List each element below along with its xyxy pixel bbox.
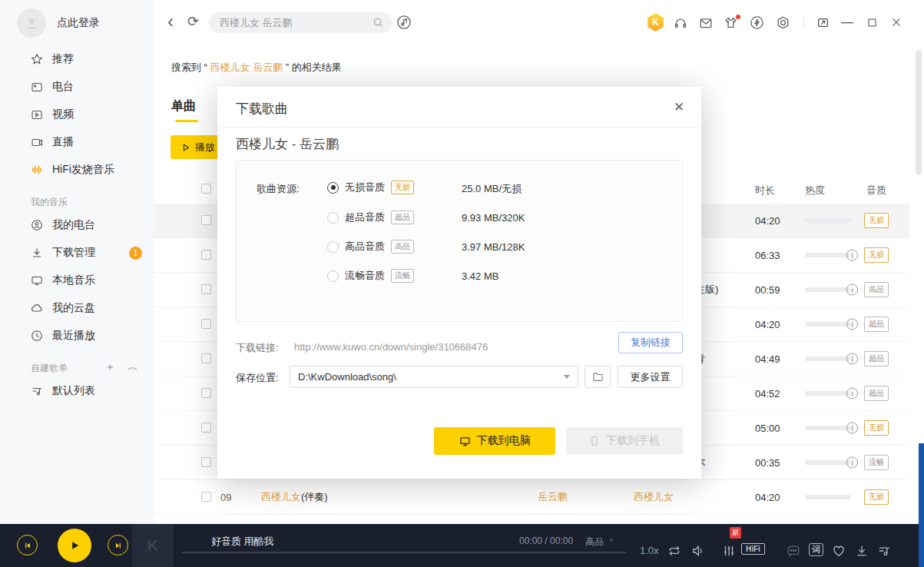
info-icon[interactable]: i (846, 388, 858, 400)
quality-badge: 超品 (864, 351, 889, 366)
mail-icon[interactable] (699, 16, 713, 30)
song-title[interactable]: 西楼儿女(伴奏) (261, 490, 328, 504)
progress-bar[interactable] (182, 552, 626, 553)
user-login[interactable]: 点此登录 (17, 8, 100, 38)
sidebar-item-radio[interactable]: 电台 (31, 80, 74, 94)
duration: 05:00 (755, 423, 780, 434)
sidebar-item-default-playlist[interactable]: 默认列表 (31, 384, 95, 398)
option-label: 高品音质 (345, 240, 385, 254)
search-input[interactable] (220, 17, 373, 28)
comment-icon[interactable] (787, 544, 800, 558)
save-path-select[interactable]: D:\KwDownload\song\ (290, 366, 578, 388)
song-title-text[interactable]: 西楼儿女 (261, 491, 301, 502)
radio-button[interactable] (327, 212, 339, 224)
back-icon[interactable]: ‹ (167, 11, 174, 32)
sidebar-item-recent[interactable]: 最近播放 (31, 329, 95, 343)
row-checkbox[interactable] (201, 492, 211, 502)
row-checkbox[interactable] (201, 319, 211, 329)
browse-folder-button[interactable] (585, 366, 611, 388)
sidebar-item-local-music[interactable]: 本地音乐 (31, 274, 95, 287)
sidebar-item-label: 本地音乐 (52, 274, 95, 287)
dialog-close-icon[interactable]: ✕ (671, 99, 687, 116)
sidebar-item-hifi[interactable]: HiFi发烧音乐 (31, 163, 114, 177)
sidebar-item-recommend[interactable]: 推荐 (31, 52, 74, 66)
quality-badge: 无损 (864, 489, 889, 505)
more-settings-button[interactable]: 更多设置 (618, 366, 683, 388)
info-icon[interactable]: i (846, 353, 858, 365)
info-icon[interactable]: i (846, 250, 858, 261)
lightning-icon[interactable] (750, 15, 764, 30)
maximize-icon[interactable] (865, 15, 879, 29)
kuwo-logo-icon[interactable]: K (647, 13, 664, 32)
sidebar-item-downloads[interactable]: 下载管理 (31, 246, 95, 260)
heart-icon[interactable] (832, 544, 846, 558)
row-checkbox[interactable] (201, 215, 211, 225)
next-track-button[interactable] (108, 535, 128, 555)
download-icon[interactable] (855, 544, 869, 558)
settings-icon[interactable] (776, 15, 790, 30)
play-mode-icon[interactable] (667, 544, 681, 558)
table-row[interactable]: 09 西楼儿女(伴奏) 岳云鹏 西楼儿女 04:20 无损 (154, 480, 909, 515)
tab-single[interactable]: 单曲 (171, 98, 196, 114)
minimize-icon[interactable]: — (840, 15, 854, 29)
radio-button[interactable] (327, 270, 339, 282)
info-icon[interactable]: i (846, 284, 858, 296)
sidebar-item-my-radio[interactable]: 我的电台 (31, 218, 95, 232)
collapse-icon[interactable]: ︿ (128, 360, 138, 374)
clock-icon (31, 330, 43, 342)
album-art[interactable]: K (132, 524, 174, 567)
search-icon[interactable] (373, 17, 384, 28)
headphones-icon[interactable] (674, 15, 687, 29)
row-checkbox[interactable] (201, 388, 211, 398)
avatar[interactable] (17, 8, 46, 38)
play-time: 00:00 / 00:00 (519, 536, 573, 546)
search-box[interactable] (209, 12, 392, 33)
play-pause-button[interactable] (58, 529, 91, 562)
album-link[interactable]: 西楼儿女 (634, 490, 674, 504)
option-lossless[interactable]: 无损音质 无损 (327, 181, 414, 194)
row-checkbox[interactable] (201, 250, 211, 260)
sidebar-item-label: 直播 (52, 135, 74, 149)
login-label[interactable]: 点此登录 (57, 16, 100, 30)
heat-bar (805, 426, 851, 430)
close-icon[interactable] (889, 15, 903, 29)
row-checkbox[interactable] (201, 353, 211, 363)
refresh-icon[interactable]: ⟳ (187, 13, 199, 30)
option-fluent[interactable]: 流畅音质 流畅 (327, 269, 414, 283)
scrollbar-thumb[interactable] (916, 50, 922, 175)
artist-link[interactable]: 岳云鹏 (538, 490, 568, 504)
download-to-phone-button[interactable]: 下载到手机 (566, 427, 683, 455)
duration: 04:20 (755, 319, 780, 330)
download-link-label: 下载链接: (236, 341, 279, 355)
lyrics-toggle[interactable]: 词 (809, 543, 823, 556)
previous-track-button[interactable] (17, 535, 38, 555)
add-playlist-icon[interactable]: ＋ (104, 360, 115, 374)
copy-link-button[interactable]: 复制链接 (618, 332, 683, 353)
info-icon[interactable]: i (846, 423, 858, 434)
option-high[interactable]: 高品音质 高品 (327, 240, 414, 254)
playback-speed[interactable]: 1.0x (640, 545, 659, 556)
info-icon[interactable]: i (846, 457, 858, 469)
sidebar-item-video[interactable]: 视频 (31, 108, 74, 121)
radio-button[interactable] (327, 182, 339, 194)
quality-selector[interactable]: 高品 (585, 536, 604, 549)
hifi-toggle[interactable]: HiFi (741, 543, 765, 555)
option-label: 超品音质 (345, 211, 385, 224)
download-to-pc-button[interactable]: 下载到电脑 (434, 427, 555, 455)
radio-button[interactable] (327, 241, 339, 253)
row-checkbox[interactable] (201, 423, 211, 433)
music-recognition-icon[interactable] (396, 15, 412, 30)
info-icon[interactable]: i (846, 319, 858, 330)
row-checkbox[interactable] (201, 457, 211, 467)
sidebar-item-cloud-disk[interactable]: 我的云盘 (31, 301, 95, 315)
sidebar-item-live[interactable]: 直播 (31, 135, 74, 149)
row-checkbox[interactable] (201, 284, 211, 294)
select-all-checkbox[interactable] (201, 184, 211, 194)
play-queue-icon[interactable] (877, 544, 891, 558)
option-size: 3.97 MB/128K (462, 241, 525, 253)
equalizer-icon[interactable] (722, 544, 736, 558)
mini-mode-icon[interactable] (816, 15, 830, 29)
volume-icon[interactable] (691, 544, 705, 558)
option-super[interactable]: 超品音质 超品 (327, 211, 414, 224)
now-playing-title[interactable]: 好音质 用酷我 (211, 535, 274, 549)
